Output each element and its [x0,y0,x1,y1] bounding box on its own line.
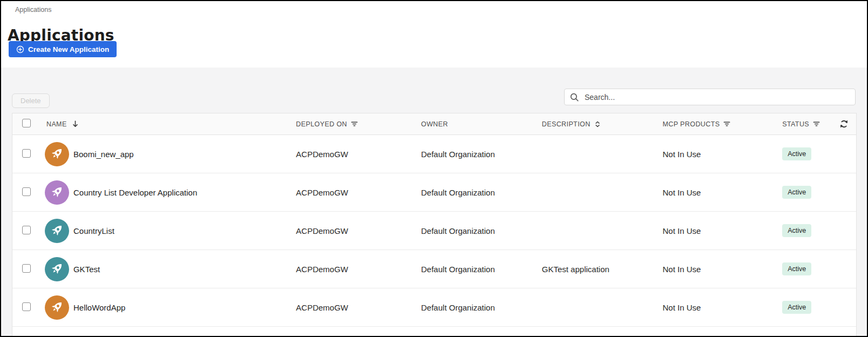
deployed-on-value: ACPDemoGW [285,226,410,235]
filter-icon[interactable] [350,120,358,128]
table-row[interactable]: Boomi_new_app ACPDemoGW Default Organiza… [12,135,856,173]
status-badge: Active [782,224,811,238]
plus-circle-icon [16,45,24,53]
row-checkbox[interactable] [22,149,31,158]
status-badge: Active [782,262,811,276]
description-value: GKTest application [531,265,652,274]
table-header-row: NAME DEPLOYED ON OWNER DESCRIPTION [12,113,856,135]
owner-value: Default Organization [410,303,531,312]
app-name: Country List Developer Application [73,188,197,197]
breadcrumb[interactable]: Applications [15,6,51,14]
status-badge: Active [782,147,811,161]
mcp-products-value: Not In Use [652,226,771,235]
app-name: CountryList [73,226,114,235]
table-row[interactable]: GKTest ACPDemoGW Default Organization GK… [12,250,856,288]
applications-table: NAME DEPLOYED ON OWNER DESCRIPTION [12,113,857,337]
app-name: GKTest [73,265,100,274]
mcp-products-value: Not In Use [652,303,771,312]
rocket-icon [49,223,65,239]
owner-value: Default Organization [410,150,531,159]
deployed-on-value: ACPDemoGW [285,150,410,159]
delete-button[interactable]: Delete [12,93,50,108]
search-icon [569,92,579,102]
deployed-on-value: ACPDemoGW [285,303,410,312]
app-name: HelloWordApp [73,303,125,312]
table-row[interactable]: HelloWordApp ACPDemoGW Default Organizat… [12,288,856,327]
filter-icon[interactable] [723,120,731,128]
row-checkbox[interactable] [22,264,31,273]
column-header-owner: OWNER [410,120,531,128]
app-avatar [45,295,69,320]
rocket-icon [49,261,65,277]
create-new-application-label: Create New Application [28,45,109,53]
mcp-products-value: Not In Use [652,188,771,197]
app-avatar [45,257,69,281]
column-header-deployed-on[interactable]: DEPLOYED ON [285,120,410,128]
app-avatar [45,219,69,243]
column-label-status: STATUS [782,120,809,128]
column-header-name[interactable]: NAME [39,120,285,128]
row-checkbox[interactable] [22,187,31,196]
row-checkbox[interactable] [22,302,31,311]
deployed-on-value: ACPDemoGW [285,188,410,197]
applications-page: Applications Applications Create New App… [0,0,868,337]
owner-value: Default Organization [410,188,531,197]
column-header-mcp-products[interactable]: MCP PRODUCTS [652,120,771,128]
table-row[interactable]: CountryList ACPDemoGW Default Organizati… [12,212,856,250]
search-input[interactable] [584,92,850,102]
create-new-application-button[interactable]: Create New Application [9,41,117,57]
rocket-icon [49,299,65,315]
sort-icon[interactable] [594,120,601,128]
refresh-icon [839,119,849,129]
column-label-description: DESCRIPTION [542,120,591,128]
status-badge: Active [782,301,811,314]
column-header-description[interactable]: DESCRIPTION [531,120,652,128]
table-row[interactable]: Country List Developer Application ACPDe… [12,173,856,212]
owner-value: Default Organization [410,265,531,274]
app-avatar [45,180,69,205]
refresh-button[interactable] [838,118,850,130]
owner-value: Default Organization [410,226,531,235]
row-checkbox[interactable] [22,226,31,234]
search-box [564,89,856,105]
column-label-owner: OWNER [421,120,448,128]
filter-icon[interactable] [812,120,820,128]
column-label-name: NAME [46,120,67,128]
rocket-icon [49,146,65,162]
mcp-products-value: Not In Use [652,150,771,159]
sort-descending-icon [71,120,79,128]
select-all-checkbox[interactable] [22,119,31,127]
column-label-mcp-products: MCP PRODUCTS [662,120,720,128]
deployed-on-value: ACPDemoGW [285,265,410,274]
content-panel: Delete NAME [1,68,867,336]
mcp-products-value: Not In Use [652,265,771,274]
app-avatar [45,142,69,166]
column-header-status[interactable]: STATUS [771,120,832,128]
column-label-deployed-on: DEPLOYED ON [296,120,347,128]
app-name: Boomi_new_app [73,150,134,159]
rocket-icon [49,184,65,200]
status-badge: Active [782,186,811,199]
